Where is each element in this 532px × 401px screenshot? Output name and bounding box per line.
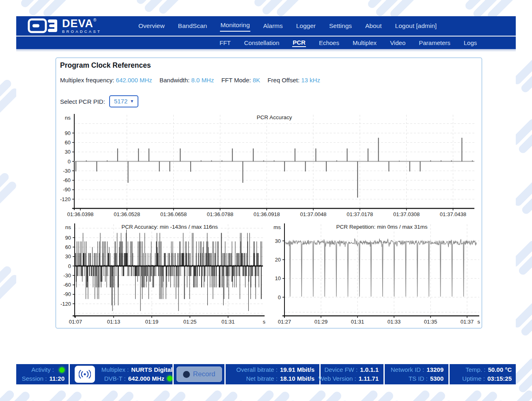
- subnav-item-logs[interactable]: Logs: [463, 39, 478, 47]
- deva-db-mark-icon: [28, 18, 59, 34]
- bandwidth-label: Bandwidth:: [159, 77, 190, 84]
- dvbt-value: 642.000 MHz: [128, 374, 164, 383]
- app-frame: DEVA® BROADCAST Overview BandScan Monito…: [16, 16, 516, 384]
- svg-text:0: 0: [68, 159, 71, 165]
- session-label: Session :: [22, 374, 47, 383]
- svg-text:01:36.0658: 01:36.0658: [160, 211, 187, 217]
- svg-text:01:13: 01:13: [107, 319, 121, 325]
- svg-text:01:33: 01:33: [388, 319, 401, 325]
- fft-mode-value: 8K: [253, 77, 260, 84]
- fft-mode-label: FFT Mode:: [221, 77, 251, 84]
- logo-brand: DEVA: [62, 17, 93, 30]
- svg-text:01:36.0918: 01:36.0918: [254, 211, 280, 217]
- svg-text:20: 20: [275, 257, 281, 263]
- subnav-item-multiplex[interactable]: Multiplex: [352, 39, 377, 47]
- svg-text:01:35: 01:35: [424, 319, 437, 325]
- svg-text:10: 10: [275, 275, 281, 281]
- bandwidth-value: 8.0 MHz: [191, 77, 214, 84]
- freq-offset-label: Freq Offset:: [267, 77, 299, 84]
- dvbt-green-dot-icon: [167, 376, 172, 381]
- antenna-icon: [75, 366, 95, 383]
- svg-text:01:37.0308: 01:37.0308: [393, 211, 420, 217]
- top-nav: DEVA® BROADCAST Overview BandScan Monito…: [16, 16, 516, 36]
- record-button-label: Record: [193, 370, 215, 378]
- multiplex-value: NURTS Digital: [131, 365, 172, 374]
- uptime-label: Uptime :: [462, 374, 485, 383]
- nav-item-alarms[interactable]: Alarms: [263, 21, 283, 31]
- subnav-item-pcr[interactable]: PCR: [292, 39, 306, 47]
- chevron-down-icon: ▼: [130, 99, 134, 103]
- svg-text:01:25: 01:25: [183, 319, 197, 325]
- svg-text:01:29: 01:29: [314, 319, 328, 325]
- sub-nav: FFT Constellation PCR Echoes Multiplex V…: [16, 36, 516, 49]
- nav-item-settings[interactable]: Settings: [329, 21, 352, 31]
- status-cell-network: Network ID :13209 TS ID :5300: [385, 364, 450, 384]
- status-cell-firmware: Device FW :1.0.1.1 Web Version :1.11.71: [321, 364, 385, 384]
- svg-text:01:37.0048: 01:37.0048: [300, 211, 326, 217]
- status-cell-record: Record: [174, 364, 226, 384]
- svg-text:01:31: 01:31: [222, 319, 235, 325]
- nav-item-monitoring[interactable]: Monitoring: [220, 20, 250, 32]
- pcr-pid-select[interactable]: 5172 ▼: [109, 95, 138, 107]
- net-bitrate-value: 18.10 Mbit/s: [280, 374, 314, 383]
- subnav-item-constellation[interactable]: Constellation: [244, 39, 280, 47]
- svg-text:ns: ns: [65, 224, 71, 230]
- subnav-item-parameters[interactable]: Parameters: [418, 39, 451, 47]
- mux-freq-label: Multiplex frequency:: [60, 77, 114, 84]
- svg-text:ms: ms: [274, 224, 281, 230]
- svg-text:01:37: 01:37: [461, 319, 474, 325]
- svg-text:01:19: 01:19: [145, 319, 159, 325]
- nav-item-logout[interactable]: Logout [admin]: [395, 21, 437, 31]
- status-cell-multiplex: Multiplex :NURTS Digital DVB-T :642.000 …: [70, 364, 174, 384]
- network-id-label: Network ID :: [391, 365, 424, 374]
- svg-text:90: 90: [65, 130, 71, 136]
- status-cell-system: Temp. :50.00 °C Uptime :03:15:25: [450, 364, 516, 384]
- ts-id-label: TS ID :: [409, 374, 428, 383]
- svg-text:01:37.0178: 01:37.0178: [347, 211, 373, 217]
- pid-select-row: Select PCR PID: 5172 ▼: [60, 95, 138, 107]
- svg-text:01:27: 01:27: [278, 319, 291, 325]
- record-circle-icon: [183, 371, 190, 378]
- web-version-label: Web Version :: [319, 374, 356, 383]
- freq-offset-value: 13 kHz: [301, 77, 320, 84]
- dvbt-label: DVB-T :: [104, 374, 126, 383]
- network-id-value: 13209: [426, 365, 444, 374]
- pcr-accuracy-chart: 9060300-30-60-90-12001:36.039801:36.0528…: [58, 114, 480, 219]
- subnav-item-video[interactable]: Video: [390, 39, 406, 47]
- logo-reg-mark: ®: [93, 18, 96, 22]
- pcr-accuracy-history-chart: 9060300-30-60-90-12001:0701:1301:1901:25…: [58, 223, 269, 328]
- svg-text:0: 0: [278, 294, 281, 300]
- page-title: Program Clock References: [60, 61, 151, 70]
- svg-text:-90: -90: [63, 187, 71, 193]
- session-value: 11:20: [49, 374, 65, 383]
- svg-text:60: 60: [65, 139, 71, 146]
- svg-text:-120: -120: [60, 196, 71, 202]
- svg-text:30: 30: [65, 253, 71, 259]
- subnav-item-fft[interactable]: FFT: [219, 39, 231, 47]
- svg-text:PCR Accuracy: PCR Accuracy: [256, 114, 292, 120]
- pcr-panel: Program Clock References Multiplex frequ…: [56, 58, 482, 328]
- status-bar: Activity : Session :11:20 Multiplex :NUR…: [16, 364, 516, 384]
- svg-text:-30: -30: [63, 168, 71, 174]
- svg-text:01:36.0528: 01:36.0528: [114, 211, 140, 217]
- pid-select-label: Select PCR PID:: [60, 98, 105, 105]
- svg-text:-60: -60: [63, 177, 71, 183]
- nav-item-bandscan[interactable]: BandScan: [178, 21, 208, 31]
- subnav-item-echoes[interactable]: Echoes: [319, 39, 340, 47]
- nav-item-about[interactable]: About: [365, 21, 382, 31]
- record-button[interactable]: Record: [177, 367, 222, 382]
- svg-text:-30: -30: [63, 272, 71, 279]
- svg-text:01:07: 01:07: [69, 319, 82, 325]
- nav-item-logger[interactable]: Logger: [296, 21, 316, 31]
- deva-logo: DEVA® BROADCAST: [28, 18, 101, 34]
- svg-text:01:37.0438: 01:37.0438: [440, 211, 466, 217]
- svg-text:PCR Repetition: min 0ms / max: PCR Repetition: min 0ms / max 31ms: [336, 224, 427, 230]
- device-fw-value: 1.0.1.1: [360, 365, 379, 374]
- svg-text:30: 30: [65, 149, 71, 155]
- pcr-pid-value: 5172: [114, 98, 127, 105]
- svg-text:s: s: [478, 319, 480, 325]
- logo-sub: BROADCAST: [62, 30, 101, 34]
- svg-text:ns: ns: [65, 115, 71, 121]
- nav-item-overview[interactable]: Overview: [138, 21, 165, 31]
- temp-label: Temp. :: [465, 365, 485, 374]
